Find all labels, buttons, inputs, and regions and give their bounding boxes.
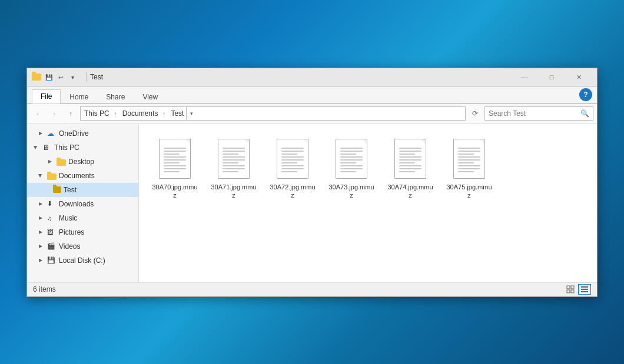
file-icon — [274, 137, 311, 181]
path-documents[interactable]: Documents › — [122, 109, 169, 118]
title-separator — [86, 72, 87, 82]
sidebar-label-onedrive: OneDrive — [59, 129, 89, 138]
view-tiles-button[interactable] — [564, 284, 577, 295]
folder-icon — [32, 74, 41, 81]
tab-share[interactable]: Share — [97, 90, 134, 103]
file-area: 30A70.jpg.mmuz30A71.jpg.mmuz30A72.jpg.mm… — [139, 124, 597, 282]
test-folder-icon — [53, 186, 61, 193]
path-segment-label: Test — [171, 109, 184, 118]
forward-button[interactable]: › — [47, 106, 61, 121]
ribbon: File Home Share View ? — [27, 87, 597, 104]
sidebar-label-music: Music — [59, 214, 77, 222]
sidebar-item-localdisk[interactable]: ▶ 💾 Local Disk (C:) — [27, 253, 138, 268]
file-icon — [215, 137, 253, 181]
doc-page — [394, 139, 426, 179]
doc-page — [336, 139, 367, 179]
search-input[interactable] — [489, 109, 580, 118]
tab-file[interactable]: File — [32, 89, 61, 103]
file-item[interactable]: 30A70.jpg.mmuz — [148, 133, 201, 203]
file-item[interactable]: 30A75.jpg.mmuz — [443, 133, 496, 203]
item-count: 6 items — [33, 285, 56, 293]
sidebar-item-thispc[interactable]: ▶ 🖥 This PC — [27, 141, 138, 155]
quick-access-btn-1[interactable]: 💾 — [44, 72, 54, 82]
file-item[interactable]: 30A71.jpg.mmuz — [207, 133, 260, 203]
file-name: 30A72.jpg.mmuz — [268, 183, 317, 200]
cloud-icon: ☁ — [47, 129, 57, 138]
svg-rect-1 — [571, 286, 574, 289]
doc-page — [159, 139, 191, 179]
sidebar-item-pictures[interactable]: ▶ 🖼 Pictures — [27, 225, 138, 239]
address-dropdown[interactable]: ▾ — [186, 106, 197, 121]
refresh-button[interactable]: ⟳ — [468, 106, 482, 121]
sidebar-label-pictures: Pictures — [59, 228, 84, 236]
quick-access-btn-2[interactable]: ↩ — [55, 72, 66, 82]
sidebar-item-desktop[interactable]: ▶ Desktop — [27, 155, 138, 169]
sidebar: ▶ ☁ OneDrive ▶ 🖥 This PC ▶ Desktop ▶ — [27, 124, 139, 282]
doc-lines — [281, 148, 304, 174]
doc-page — [277, 139, 308, 179]
sidebar-item-downloads[interactable]: ▶ ⬇ Downloads — [27, 197, 138, 211]
back-button[interactable]: ‹ — [31, 106, 45, 121]
search-icon[interactable]: 🔍 — [580, 109, 589, 118]
sidebar-label-test: Test — [64, 186, 77, 194]
file-item[interactable]: 30A72.jpg.mmuz — [266, 133, 319, 203]
help-button[interactable]: ? — [579, 88, 592, 101]
file-grid: 30A70.jpg.mmuz30A71.jpg.mmuz30A72.jpg.mm… — [148, 133, 588, 273]
pc-icon: 🖥 — [42, 143, 52, 152]
music-icon: ♫ — [47, 214, 57, 222]
maximize-button[interactable]: □ — [538, 68, 565, 86]
file-name: 30A75.jpg.mmuz — [445, 183, 493, 200]
path-this-pc[interactable]: This PC › — [84, 109, 120, 118]
file-icon — [156, 137, 194, 181]
downloads-icon: ⬇ — [47, 200, 57, 208]
close-button[interactable]: ✕ — [565, 68, 592, 86]
sidebar-item-test[interactable]: Test — [27, 183, 138, 197]
file-item[interactable]: 30A74.jpg.mmuz — [384, 133, 437, 203]
file-icon — [333, 137, 370, 181]
doc-lines — [340, 148, 363, 174]
sidebar-item-onedrive[interactable]: ▶ ☁ OneDrive — [27, 126, 138, 141]
file-explorer-window: 💾 ↩ ▾ Test — □ ✕ File Home Share View ? … — [26, 68, 598, 297]
svg-rect-5 — [581, 289, 588, 290]
pictures-icon: 🖼 — [47, 228, 57, 236]
path-test[interactable]: Test — [171, 109, 184, 118]
expand-arrow-localdisk: ▶ — [36, 256, 45, 265]
window-title: Test — [90, 73, 511, 81]
tab-home[interactable]: Home — [61, 90, 97, 103]
doc-lines — [164, 148, 186, 174]
sidebar-label-thispc: This PC — [54, 143, 79, 152]
sidebar-item-videos[interactable]: ▶ 🎬 Videos — [27, 239, 138, 253]
quick-access-dropdown[interactable]: ▾ — [67, 72, 78, 82]
search-box[interactable]: 🔍 — [484, 106, 593, 121]
expand-arrow-onedrive: ▶ — [36, 129, 45, 138]
sidebar-item-music[interactable]: ▶ ♫ Music — [27, 211, 138, 225]
doc-lines — [458, 148, 480, 174]
expand-arrow-desktop: ▶ — [46, 158, 54, 166]
up-button[interactable]: ↑ — [64, 106, 78, 121]
ribbon-tabs: File Home Share View ? — [27, 87, 597, 103]
title-bar: 💾 ↩ ▾ Test — □ ✕ — [27, 68, 597, 87]
file-name: 30A70.jpg.mmuz — [151, 183, 199, 200]
path-chevron-2: › — [159, 109, 168, 118]
minimize-button[interactable]: — — [511, 68, 538, 86]
path-segment-label: This PC — [84, 109, 109, 118]
view-list-button[interactable] — [578, 284, 591, 295]
file-item[interactable]: 30A73.jpg.mmuz — [325, 133, 378, 203]
expand-arrow-thispc: ▶ — [32, 143, 40, 152]
expand-arrow-music: ▶ — [36, 214, 45, 222]
doc-lines — [223, 148, 245, 174]
tab-view[interactable]: View — [134, 90, 167, 103]
file-icon — [450, 137, 488, 181]
expand-arrow-downloads: ▶ — [36, 200, 45, 208]
sidebar-item-documents[interactable]: ▶ Documents — [27, 169, 138, 183]
doc-lines — [399, 148, 421, 174]
view-toggle — [564, 284, 591, 295]
videos-icon: 🎬 — [47, 242, 57, 251]
svg-rect-0 — [567, 286, 570, 289]
file-name: 30A71.jpg.mmuz — [210, 183, 258, 200]
documents-folder-icon — [47, 172, 57, 180]
expand-arrow-documents: ▶ — [36, 172, 45, 180]
quick-access-toolbar: 💾 ↩ ▾ — [44, 72, 78, 82]
svg-rect-4 — [581, 286, 588, 288]
address-path[interactable]: This PC › Documents › Test ▾ — [80, 106, 466, 121]
